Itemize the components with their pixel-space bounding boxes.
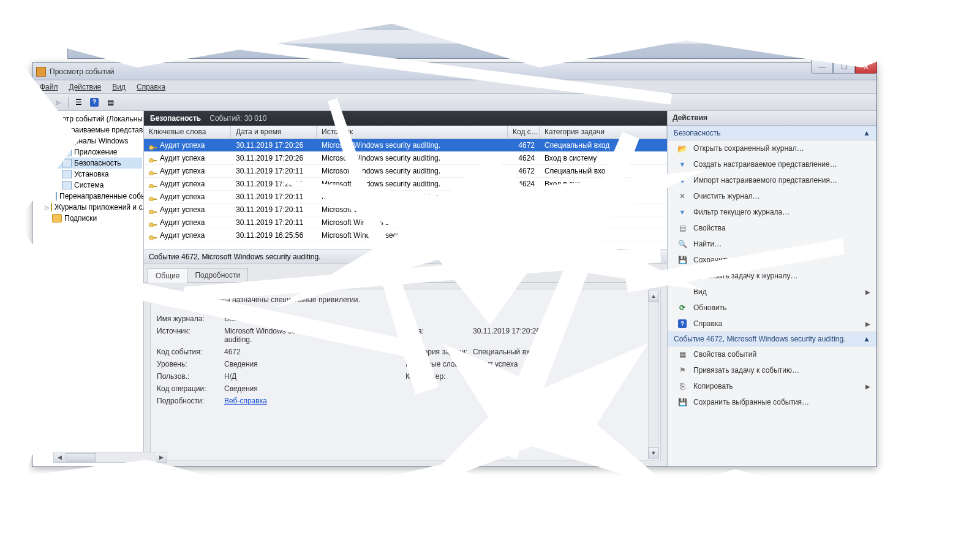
col-source[interactable]: Источник xyxy=(317,126,508,139)
action-item[interactable]: Справка▶ xyxy=(668,316,876,332)
collapse-icon[interactable]: ▲ xyxy=(863,129,870,137)
tree-label: Настраиваемые представления xyxy=(55,126,144,134)
action-item[interactable]: Импорт настраиваемого представления… xyxy=(668,172,876,188)
action-item[interactable]: Очистить журнал… xyxy=(668,188,876,204)
detail-message: Новому сеансу входа назначены специальны… xyxy=(157,295,654,304)
tree-item[interactable]: ◢Журналы Windows xyxy=(34,135,142,147)
key-icon xyxy=(149,220,157,226)
web-help-link[interactable]: Веб-справка xyxy=(224,397,267,405)
action-label: Открыть сохраненный журнал… xyxy=(693,144,804,153)
collapse-icon[interactable]: ▲ xyxy=(863,335,870,343)
action-item[interactable]: Найти… xyxy=(668,236,876,252)
tree-label: Установка xyxy=(74,170,109,178)
action-item[interactable]: Фильтр текущего журнала… xyxy=(668,204,876,220)
tree-icon xyxy=(62,170,72,178)
tree-icon xyxy=(51,203,52,211)
action-item[interactable]: Привязать задачу к журналу… xyxy=(668,268,876,284)
tree-icon xyxy=(62,148,72,156)
action-label: Очистить журнал… xyxy=(693,192,760,200)
action-label: Импорт настраиваемого представления… xyxy=(693,176,837,185)
action-icon xyxy=(677,223,687,233)
action-item[interactable]: Сохранить все события как… xyxy=(668,252,876,268)
action-label: Привязать задачу к событию… xyxy=(693,366,799,375)
tree-icon xyxy=(62,181,72,189)
key-icon xyxy=(149,233,157,239)
action-item[interactable]: Копировать▶ xyxy=(668,378,876,394)
action-item[interactable]: Обновить xyxy=(668,300,876,316)
tree-icon xyxy=(52,214,62,223)
toolbar: ◀ ▶ ☰ ▤ xyxy=(32,94,876,111)
action-label: Справка xyxy=(693,319,722,328)
key-icon xyxy=(149,169,157,175)
tree-horizontal-scrollbar[interactable]: ◀▶ xyxy=(53,452,167,463)
action-icon xyxy=(677,143,687,153)
close-button[interactable]: ✕ xyxy=(855,60,877,74)
event-grid[interactable]: Аудит успеха30.11.2019 17:20:26Microsoft… xyxy=(144,139,667,249)
action-item[interactable]: Вид▶ xyxy=(668,284,876,300)
table-row[interactable]: Аудит успеха30.11.2019 17:20:26Microsoft… xyxy=(144,139,667,152)
action-icon xyxy=(677,349,687,359)
tree-icon xyxy=(56,192,57,200)
action-label: Копировать xyxy=(693,382,733,390)
maximize-button[interactable]: ☐ xyxy=(833,60,855,74)
tree-item[interactable]: Перенаправленные события xyxy=(34,191,142,202)
minimize-button[interactable]: — xyxy=(811,60,833,74)
toolbar-help-icon[interactable] xyxy=(87,96,102,109)
forward-button[interactable]: ▶ xyxy=(51,96,66,109)
actions-title: Действия xyxy=(668,111,876,126)
menu-action[interactable]: Действие xyxy=(64,82,107,93)
root-icon xyxy=(36,115,37,123)
table-row[interactable]: Аудит успеха30.11.2019 17:20:11Microsoft… xyxy=(144,191,667,204)
tree-item[interactable]: Подписки xyxy=(34,213,142,224)
col-category[interactable]: Категория задачи xyxy=(540,126,667,139)
detail-scroll[interactable]: ▲ ▼ xyxy=(648,291,659,459)
tab-details[interactable]: Подробности xyxy=(187,268,248,282)
tab-general[interactable]: Общие xyxy=(148,268,187,283)
scroll-up-icon[interactable]: ▲ xyxy=(648,291,659,302)
col-datetime[interactable]: Дата и время xyxy=(231,126,317,139)
toolbar-props-icon[interactable]: ▤ xyxy=(103,96,118,109)
tree-item[interactable]: Установка xyxy=(34,169,142,180)
detail-tabs: Общие Подробности xyxy=(144,264,667,283)
tree-item[interactable]: Приложение xyxy=(34,147,142,158)
key-icon xyxy=(149,181,157,188)
table-row[interactable]: Аудит успеха30.11.2019 17:20:11Microsoft… xyxy=(144,216,667,229)
tree-item[interactable]: ▷Настраиваемые представления xyxy=(34,124,142,135)
table-row[interactable]: Аудит успеха30.11.2019 16:25:56Microsoft… xyxy=(144,229,667,242)
tree-item[interactable]: Система xyxy=(34,180,142,191)
action-item[interactable]: Сохранить выбранные события… xyxy=(668,394,876,410)
table-row[interactable]: Аудит успеха30.11.2019 17:20:11Microsoft… xyxy=(144,165,667,178)
action-item[interactable]: Открыть сохраненный журнал… xyxy=(668,140,876,156)
tree-root[interactable]: Просмотр событий (Локальный) xyxy=(34,113,142,124)
menu-file[interactable]: Файл xyxy=(35,82,63,93)
navigation-tree[interactable]: Просмотр событий (Локальный) ▷Настраивае… xyxy=(32,111,144,467)
action-icon xyxy=(677,175,687,185)
tree-item[interactable]: Безопасность xyxy=(34,158,142,169)
bg-menu: Справка xyxy=(68,30,851,44)
action-icon xyxy=(677,397,687,407)
grid-header: Ключевые слова Дата и время Источник Код… xyxy=(144,126,667,139)
tree-label: Безопасность xyxy=(74,159,121,167)
table-row[interactable]: Аудит успеха30.11.2019 17:20:26Microsoft… xyxy=(144,152,667,165)
detail-fields: Имя журнала:Безопасность Источник:Micros… xyxy=(157,313,654,407)
background-window-fragment: тий Справка xyxy=(67,16,851,59)
scroll-down-icon[interactable]: ▼ xyxy=(648,447,659,459)
col-keywords[interactable]: Ключевые слова xyxy=(144,126,231,139)
action-item[interactable]: Привязать задачу к событию… xyxy=(668,362,876,378)
tree-label: Система xyxy=(74,181,104,189)
action-item[interactable]: Свойства xyxy=(668,220,876,236)
action-icon xyxy=(677,239,687,249)
action-item[interactable]: Свойства событий xyxy=(668,346,876,362)
action-item[interactable]: Создать настраиваемое представление… xyxy=(668,156,876,172)
col-event-id[interactable]: Код с… xyxy=(508,126,540,139)
titlebar[interactable]: Просмотр событий — ☐ ✕ xyxy=(32,63,876,80)
detail-close-icon[interactable]: ✕ xyxy=(652,252,662,262)
table-row[interactable]: Аудит успеха30.11.2019 17:20:11Microsoft… xyxy=(144,178,667,191)
back-button[interactable]: ◀ xyxy=(35,96,50,109)
tree-item[interactable]: ▷Журналы приложений и служб xyxy=(34,202,142,213)
menu-help[interactable]: Справка xyxy=(132,82,170,93)
menu-view[interactable]: Вид xyxy=(107,82,130,93)
toolbar-action-icon[interactable]: ☰ xyxy=(71,96,86,109)
table-row[interactable]: Аудит успеха30.11.2019 17:20:11Microsoft… xyxy=(144,204,667,216)
detail-body: Новому сеансу входа назначены специальны… xyxy=(144,283,667,467)
